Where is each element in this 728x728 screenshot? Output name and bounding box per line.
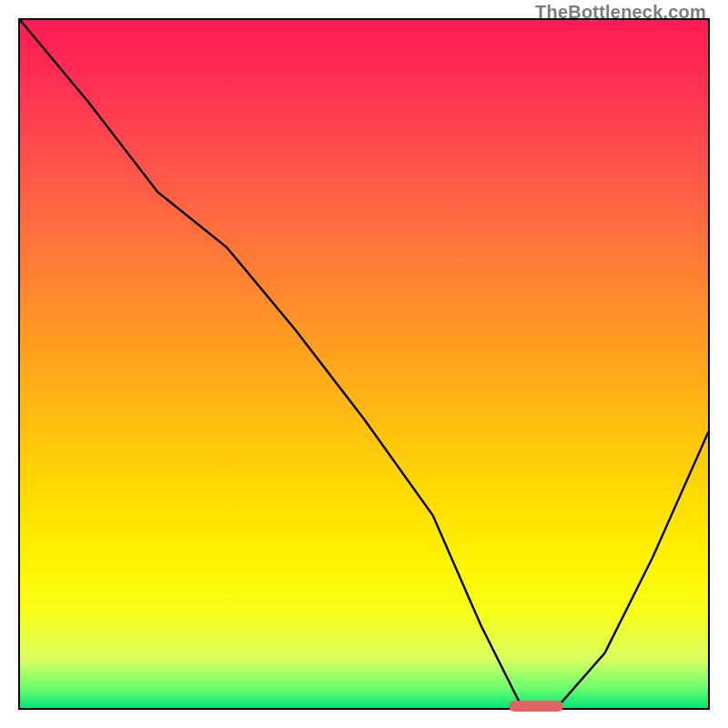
plot-area: [18, 18, 710, 710]
bottleneck-curve: [20, 20, 708, 708]
bottleneck-chart: TheBottleneck.com: [0, 0, 728, 728]
optimal-marker: [509, 701, 563, 712]
